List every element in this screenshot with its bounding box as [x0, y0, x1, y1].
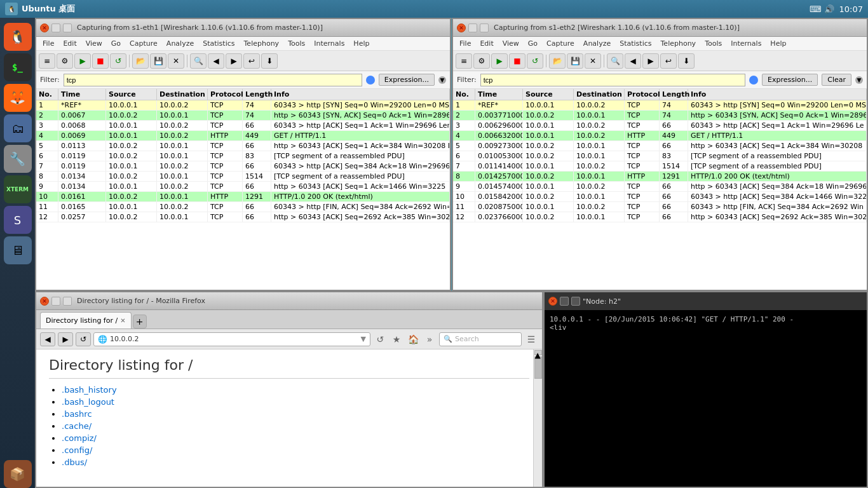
tb-restart-right[interactable]: ↺	[527, 53, 543, 69]
sidebar-app-xterm[interactable]: XTERM	[4, 175, 32, 203]
scrollbar-thumb[interactable]	[534, 356, 542, 379]
terminal-close-btn[interactable]: ✕	[548, 297, 557, 306]
menu-view-left[interactable]: View	[82, 38, 106, 49]
firefox-tab-active[interactable]: Directory listing for / ✕	[40, 312, 132, 329]
table-row[interactable]: 6 0.010053000 10.0.0.2 10.0.0.1 TCP 83 […	[453, 151, 867, 161]
firefox-search-box[interactable]: 🔍 Search	[439, 332, 522, 346]
tb-next-right[interactable]: ▶	[642, 53, 659, 69]
firefox-scrollbar[interactable]: ▲	[533, 349, 542, 487]
firefox-nav-extra[interactable]: »	[423, 332, 437, 346]
table-row[interactable]: 12 0.023766000 10.0.0.2 10.0.0.1 TCP 66 …	[453, 212, 867, 222]
table-row[interactable]: 11 0.0165 10.0.0.1 10.0.0.2 TCP 66 60343…	[36, 202, 450, 212]
menu-file-right[interactable]: File	[456, 38, 475, 49]
menu-telephony-right[interactable]: Telephony	[657, 38, 700, 49]
menu-internals-left[interactable]: Internals	[310, 38, 348, 49]
wireshark-right-close-btn[interactable]: ✕	[457, 24, 466, 32]
menu-go-right[interactable]: Go	[524, 38, 541, 49]
tb-search-right[interactable]: 🔍	[607, 53, 623, 69]
firefox-menu-btn[interactable]: ☰	[524, 332, 538, 346]
tb-open-right[interactable]: 📂	[549, 53, 566, 69]
firefox-min-btn[interactable]	[51, 297, 60, 306]
sidebar-app-settings[interactable]: 🔧	[4, 145, 32, 173]
filter-clear-right[interactable]: Clear	[822, 74, 851, 86]
menu-view-right[interactable]: View	[499, 38, 523, 49]
menu-analyze-right[interactable]: Analyze	[580, 38, 614, 49]
wireshark-left-max-btn[interactable]	[63, 24, 72, 32]
menu-go-left[interactable]: Go	[107, 38, 125, 49]
file-link-bash-logout[interactable]: .bash_logout	[62, 397, 114, 407]
tb-save-right[interactable]: 💾	[567, 53, 583, 69]
filter-clear-left[interactable]: ▼	[438, 76, 446, 84]
tb-stop-left[interactable]: ■	[92, 53, 109, 69]
table-row[interactable]: 7 0.0119 10.0.0.1 10.0.0.2 TCP 66 60343 …	[36, 161, 450, 172]
tb-prev-left[interactable]: ◀	[208, 53, 224, 69]
filter-input-right[interactable]	[480, 74, 745, 86]
menu-analyze-left[interactable]: Analyze	[163, 38, 198, 49]
firefox-new-tab-btn[interactable]: +	[133, 315, 147, 329]
tb-jump-right[interactable]: ↩	[660, 53, 677, 69]
tb-save-left[interactable]: 💾	[150, 53, 166, 69]
menu-capture-right[interactable]: Capture	[543, 38, 578, 49]
tb-next-left[interactable]: ▶	[226, 53, 242, 69]
firefox-reload-btn[interactable]: ↺	[76, 332, 91, 346]
wireshark-right-min-btn[interactable]	[468, 24, 477, 32]
table-row[interactable]: 8 0.014257000 10.0.0.2 10.0.0.1 HTTP 129…	[453, 172, 867, 182]
firefox-max-btn[interactable]	[63, 297, 72, 306]
table-row[interactable]: 2 0.0067 10.0.0.2 10.0.0.1 TCP 74 http >…	[36, 111, 450, 121]
firefox-url-bar[interactable]: 🌐 10.0.0.2 ▼	[93, 332, 370, 346]
table-row[interactable]: 12 0.0257 10.0.0.2 10.0.0.1 TCP 66 http …	[36, 212, 450, 222]
tb-options-right[interactable]: ⚙	[473, 53, 490, 69]
sidebar-app-files[interactable]: 🗂	[4, 114, 32, 142]
menu-capture-left[interactable]: Capture	[126, 38, 161, 49]
sidebar-app-sublime[interactable]: S	[4, 206, 32, 234]
menu-internals-right[interactable]: Internals	[727, 38, 765, 49]
tb-restart-left[interactable]: ↺	[110, 53, 126, 69]
table-row[interactable]: 1 *REF* 10.0.0.1 10.0.0.2 TCP 74 60343 >…	[36, 100, 450, 111]
menu-edit-right[interactable]: Edit	[476, 38, 497, 49]
table-row[interactable]: 7 0.011414000 10.0.0.1 10.0.0.2 TCP 1514…	[453, 161, 867, 172]
tb-start-right[interactable]: ▶	[491, 53, 508, 69]
table-row[interactable]: 4 0.006632000 10.0.0.1 10.0.0.2 HTTP 449…	[453, 131, 867, 141]
table-row[interactable]: 9 0.014574000 10.0.0.1 10.0.0.2 TCP 66 h…	[453, 182, 867, 192]
firefox-bookmark-btn[interactable]: ★	[390, 332, 403, 346]
terminal-max-btn[interactable]	[571, 297, 580, 306]
filter-input-left[interactable]	[64, 74, 362, 86]
table-row[interactable]: 8 0.0134 10.0.0.2 10.0.0.1 TCP 1514 [TCP…	[36, 172, 450, 182]
tb-search-left[interactable]: 🔍	[190, 53, 207, 69]
file-link-bash-history[interactable]: .bash_history	[62, 385, 117, 395]
firefox-forward-btn[interactable]: ▶	[58, 332, 73, 346]
table-row[interactable]: 6 0.0119 10.0.0.2 10.0.0.1 TCP 83 [TCP s…	[36, 151, 450, 161]
wireshark-left-close-btn[interactable]: ✕	[40, 24, 49, 32]
firefox-back-btn[interactable]: ◀	[40, 332, 55, 346]
file-link-compiz[interactable]: .compiz/	[62, 433, 97, 443]
sidebar-app-terminal[interactable]: $_	[4, 53, 32, 81]
wireshark-left-min-btn[interactable]	[51, 24, 60, 32]
tb-prev-right[interactable]: ◀	[625, 53, 641, 69]
tb-close-right[interactable]: ✕	[585, 53, 601, 69]
tb-start-left[interactable]: ▶	[74, 53, 91, 69]
menu-telephony-left[interactable]: Telephony	[240, 38, 283, 49]
tb-stop-right[interactable]: ■	[509, 53, 526, 69]
menu-statistics-right[interactable]: Statistics	[616, 38, 655, 49]
tb-jump-left[interactable]: ↩	[243, 53, 260, 69]
file-link-cache[interactable]: .cache/	[62, 421, 92, 431]
filter-dropdown-left[interactable]	[366, 76, 375, 85]
table-row[interactable]: 10 0.015842000 10.0.0.2 10.0.0.1 TCP 66 …	[453, 192, 867, 202]
table-row[interactable]: 3 0.0068 10.0.0.1 10.0.0.2 TCP 66 60343 …	[36, 121, 450, 131]
firefox-reload2-btn[interactable]: ↺	[373, 332, 387, 346]
file-link-bashrc[interactable]: .bashrc	[62, 409, 92, 419]
firefox-tab-close-btn[interactable]: ✕	[120, 317, 125, 324]
file-link-dbus[interactable]: .dbus/	[62, 458, 87, 467]
firefox-homefolder-btn[interactable]: 🏠	[406, 332, 420, 346]
menu-tools-right[interactable]: Tools	[701, 38, 726, 49]
menu-help-left[interactable]: Help	[349, 38, 373, 49]
tb-down-left[interactable]: ⬇	[261, 53, 278, 69]
scrollbar-up-arrow[interactable]: ▲	[534, 350, 542, 355]
menu-help-right[interactable]: Help	[766, 38, 790, 49]
table-row[interactable]: 11 0.020875000 10.0.0.1 10.0.0.2 TCP 66 …	[453, 202, 867, 212]
table-row[interactable]: 2 0.003771000 10.0.0.2 10.0.0.1 TCP 74 h…	[453, 111, 867, 121]
tb-close-left[interactable]: ✕	[168, 53, 184, 69]
tb-interfaces-right[interactable]: ≡	[456, 53, 472, 69]
sidebar-app-install[interactable]: 📦	[4, 460, 32, 488]
table-row[interactable]: 3 0.006296000 10.0.0.1 10.0.0.2 TCP 66 6…	[453, 121, 867, 131]
